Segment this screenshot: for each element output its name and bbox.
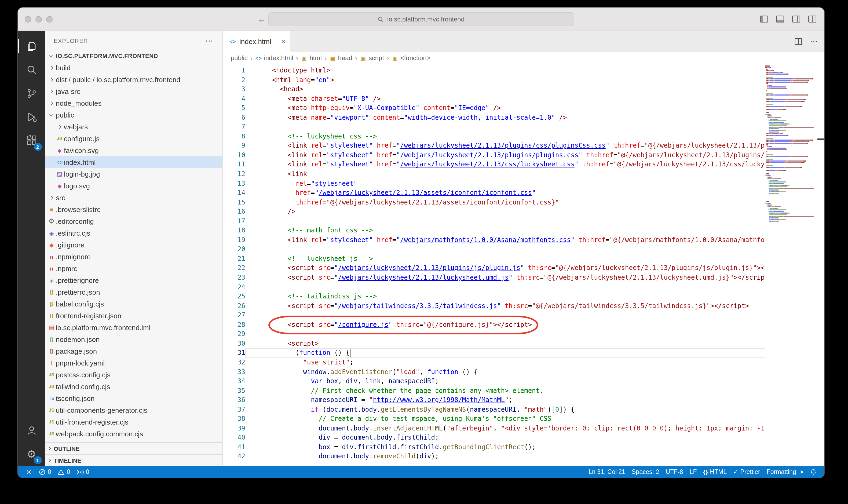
tree-item[interactable]: ≡.browserslistrc (45, 203, 222, 215)
code-line[interactable]: 40 div = document.body.firstChild; (223, 433, 765, 443)
root-folder[interactable]: IO.SC.PLATFORM.MVC.FRONTEND (45, 50, 222, 62)
panel-timeline[interactable]: TIMELINE (45, 454, 222, 466)
tree-item[interactable]: JSpostcss.config.cjs (45, 369, 222, 381)
command-center-search[interactable]: io.sc.platform.mvc.frontend (268, 12, 574, 26)
tree-item[interactable]: ◆logo.svg (45, 180, 222, 192)
activity-accounts[interactable] (20, 419, 43, 442)
tree-item[interactable]: {}frontend-register.json (45, 310, 222, 322)
remote-indicator[interactable] (22, 466, 35, 478)
tree-item[interactable]: ◈.prettierignore (45, 274, 222, 286)
close-tab-icon[interactable]: × (282, 37, 286, 46)
breadcrumb-item[interactable]: ▣head (329, 54, 353, 62)
code-line[interactable]: 11 <link rel="stylesheet" href="/webjars… (223, 160, 765, 169)
tree-item[interactable]: public (45, 109, 222, 121)
tree-item[interactable]: n.npmrc (45, 263, 222, 274)
code-line[interactable]: 21 <!-- luckysheet js --> (223, 254, 765, 264)
tree-item[interactable]: JSutil-frontend-register.cjs (45, 416, 222, 428)
code-line[interactable]: 15 th:href="@{/webjars/luckysheet/2.1.13… (223, 198, 765, 207)
code-line[interactable]: 42 document.body.removeChild(div); (223, 452, 765, 462)
split-editor-icon[interactable] (794, 37, 802, 46)
tree-item[interactable]: ◉.eslintrc.cjs (45, 227, 222, 239)
ports[interactable]: 0 (74, 466, 93, 478)
notifications[interactable] (807, 466, 820, 478)
code-line[interactable]: 39 document.body.insertAdjacentHTML("aft… (223, 424, 765, 433)
code-line[interactable]: 35 // First check whether the page conta… (223, 386, 765, 396)
tree-item[interactable]: node_modules (45, 97, 222, 109)
code-line[interactable]: 2<html lang="en"> (223, 75, 765, 85)
code-line[interactable]: 7 (223, 123, 765, 132)
more-actions-icon[interactable]: ⋯ (205, 36, 214, 46)
tree-item[interactable]: <>index.html (45, 156, 222, 168)
tree-item[interactable]: JSutil-components-generator.cjs (45, 404, 222, 416)
code-line[interactable]: 38 // Create a div to test mspace, using… (223, 414, 765, 424)
tree-item[interactable]: webjars (45, 121, 222, 132)
minimap[interactable] (765, 65, 817, 466)
code-line[interactable]: 22 <script src="/webjars/luckysheet/2.1.… (223, 264, 765, 273)
editor-more-actions-icon[interactable]: ⋯ (810, 36, 818, 46)
tree-item[interactable]: {}package.json (45, 345, 222, 357)
customize-layout-button[interactable] (808, 15, 817, 24)
warnings[interactable]: 0 (54, 466, 74, 478)
code-line[interactable]: 29 (223, 330, 765, 339)
code-line[interactable]: 4 <meta charset="UTF-8" /> (223, 94, 765, 104)
code-line[interactable]: 13 rel="stylesheet" (223, 179, 765, 188)
breadcrumb-item[interactable]: <>index.html (255, 54, 293, 62)
breadcrumb-item[interactable]: public (231, 54, 248, 62)
tree-item[interactable]: n.npmignore (45, 251, 222, 263)
tree-item[interactable]: java-src (45, 85, 222, 97)
activity-explorer[interactable] (20, 34, 43, 58)
activity-source-control[interactable] (20, 82, 43, 105)
code-line[interactable]: 31 (function () { (223, 348, 765, 358)
code-line[interactable]: 5 <meta http-equiv="X-UA-Compatible" con… (223, 104, 765, 113)
back-button[interactable]: ← (258, 15, 266, 24)
toggle-primary-sidebar-button[interactable] (759, 15, 769, 24)
language-mode[interactable]: {}HTML (700, 466, 730, 478)
code-line[interactable]: 3 <head> (223, 85, 765, 94)
tree-item[interactable]: TStsconfig.json (45, 392, 222, 404)
tree-item[interactable]: build (45, 62, 222, 74)
code-line[interactable]: 32 "use strict"; (223, 358, 765, 367)
activity-extensions[interactable]: 2 (20, 129, 43, 152)
code-line[interactable]: 20 (223, 245, 765, 254)
tree-item[interactable]: ▤io.sc.platform.mvc.frontend.iml (45, 322, 222, 333)
formatter-prettier[interactable]: ✓Prettier (730, 466, 763, 478)
code-line[interactable]: 6 <meta name="viewport" content="width=d… (223, 113, 765, 122)
indentation[interactable]: Spaces: 2 (629, 466, 662, 478)
code-line[interactable]: 24 (223, 283, 765, 292)
code-line[interactable]: 9 <link rel="stylesheet" href="/webjars/… (223, 141, 765, 151)
activity-run-and-debug[interactable] (20, 105, 43, 129)
toggle-secondary-sidebar-button[interactable] (792, 15, 801, 24)
breadcrumb-item[interactable]: ▣html (301, 54, 322, 62)
tree-item[interactable]: JSconfigure.js (45, 132, 222, 144)
minimize-window-button[interactable] (35, 16, 42, 22)
tree-item[interactable]: ⚙.editorconfig (45, 215, 222, 227)
code-line[interactable]: 23 <script src="/webjars/luckysheet/2.1.… (223, 273, 765, 283)
code-line[interactable]: 10 <link rel="stylesheet" href="/webjars… (223, 151, 765, 160)
code-line[interactable]: 25 <!-- tailwindcss js --> (223, 292, 765, 301)
zoom-window-button[interactable] (46, 16, 53, 22)
cursor-position[interactable]: Ln 31, Col 21 (585, 466, 629, 478)
close-window-button[interactable] (25, 16, 31, 22)
tree-item[interactable]: JStailwind.config.cjs (45, 381, 222, 392)
code-line[interactable]: 28 <script src="/configure.js" th:src="@… (223, 321, 765, 330)
tree-item[interactable]: βbabel.config.cjs (45, 298, 222, 310)
tree-item[interactable]: {}.prettierrc.json (45, 286, 222, 298)
tree-item[interactable]: {}nodemon.json (45, 333, 222, 345)
formatting-status[interactable]: Formatting:× (763, 466, 807, 478)
breadcrumb-item[interactable]: ▣<function> (392, 54, 430, 62)
tab-index-html[interactable]: <> index.html × (223, 31, 290, 52)
toggle-panel-button[interactable] (776, 15, 785, 24)
code-line[interactable]: 33 window.addEventListener("load", funct… (223, 367, 765, 377)
code-line[interactable]: 19 <link rel="stylesheet" href="/webjars… (223, 236, 765, 245)
tree-item[interactable]: ◆favicon.svg (45, 144, 222, 156)
code-line[interactable]: 36 namespaceURI = "http://www.w3.org/199… (223, 396, 765, 405)
code-line[interactable]: 17 (223, 217, 765, 226)
code-line[interactable]: 37 if (document.body.getElementsByTagNam… (223, 405, 765, 414)
code-line[interactable]: 16 /> (223, 207, 765, 217)
overview-ruler[interactable] (817, 65, 824, 466)
tree-item[interactable]: dist / public / io.sc.platform.mvc.front… (45, 74, 222, 85)
activity-search[interactable] (20, 58, 43, 82)
panel-outline[interactable]: OUTLINE (45, 442, 222, 454)
code-line[interactable]: 8 <!-- luckysheet css --> (223, 132, 765, 141)
tree-item[interactable]: ◆.gitignore (45, 239, 222, 251)
